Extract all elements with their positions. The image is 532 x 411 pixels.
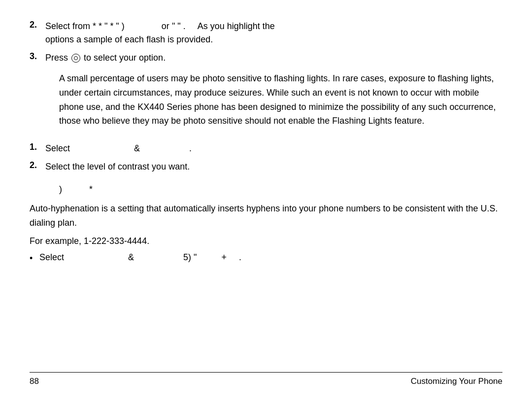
s2-period: .: [189, 143, 192, 153]
step-3-text: Press to select your option.: [45, 51, 502, 65]
section2-step2-label: 2.: [30, 160, 41, 171]
section2-step2: 2. Select the level of contrast you want…: [30, 160, 502, 173]
footer-section-title: Customizing Your Phone: [411, 377, 502, 386]
section3-star: *: [89, 184, 93, 194]
step-2-or: or: [162, 21, 169, 31]
step-2-block: 2. Select from * * " * " ) or " " . As y…: [30, 20, 502, 46]
warning-para: A small percentage of users may be photo…: [59, 73, 496, 126]
autohyphen-para1: Auto-hyphenation is a setting that autom…: [30, 202, 502, 230]
step-3-select: to select your option.: [84, 53, 166, 63]
section2-step1-label: 1.: [30, 142, 41, 152]
step-2-line2: options a sample of each flash is provid…: [45, 34, 213, 44]
footer: 88 Customizing Your Phone: [30, 372, 502, 386]
section2-step2-text: Select the level of contrast you want.: [45, 160, 502, 173]
section3-paren: ): [59, 184, 62, 194]
autohyphen-para2: For example, 1-222-333-4444.: [30, 234, 502, 248]
bullet-amp: &: [128, 252, 134, 262]
footer-page-number: 88: [30, 377, 39, 386]
bullet-plus: +: [222, 252, 227, 262]
main-content: 2. Select from * * " * " ) or " " . As y…: [30, 15, 502, 372]
bullet-period: .: [239, 252, 241, 262]
section3-header: ) *: [30, 184, 502, 195]
page: 2. Select from * * " * " ) or " " . As y…: [0, 0, 532, 411]
bullet-suffix: 5) ": [183, 252, 197, 262]
step-2-line1: Select from * * " * " ): [45, 21, 125, 31]
warning-block: A small percentage of users may be photo…: [59, 71, 502, 128]
step-2-highlight: As you highlight the: [198, 21, 275, 31]
step-3-label: 3.: [30, 51, 41, 62]
step-3-block: 3. Press to select your option.: [30, 51, 502, 65]
autohyphen-section: Auto-hyphenation is a setting that autom…: [30, 202, 502, 248]
step-2-text: Select from * * " * " ) or " " . As you …: [45, 20, 502, 46]
step-2-or2: " " .: [172, 21, 186, 31]
s2-amp: &: [134, 143, 140, 153]
section2: 1. Select & . 2. Select the level of con…: [30, 142, 502, 173]
s2-step2-text: Select the level of contrast you want.: [45, 162, 190, 171]
step-3-press: Press: [45, 53, 70, 63]
bullet-block: • Select & 5) " + .: [30, 252, 502, 264]
section2-step1: 1. Select & .: [30, 142, 502, 155]
section2-step1-text: Select & .: [45, 142, 502, 155]
step-2-label: 2.: [30, 20, 41, 30]
bullet-text: Select & 5) " + .: [39, 252, 241, 263]
bullet-dot: •: [30, 253, 34, 264]
s2-select: Select: [45, 143, 70, 153]
press-icon: [71, 54, 80, 63]
bullet-select: Select: [39, 252, 64, 262]
